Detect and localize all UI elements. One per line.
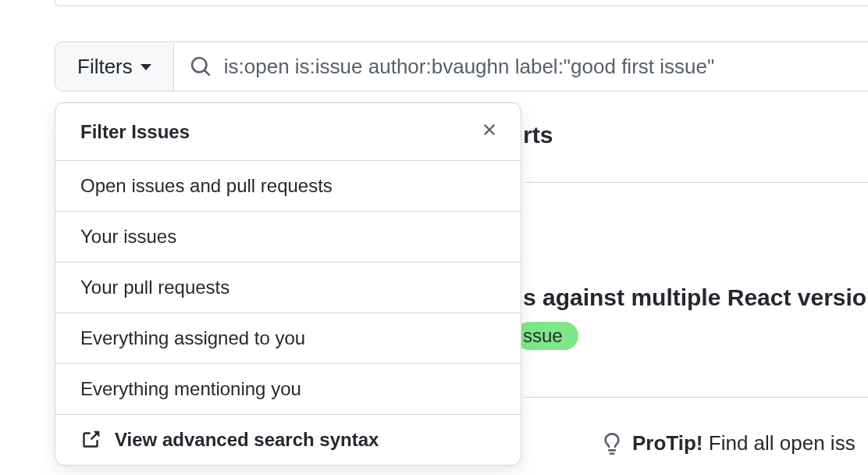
- issue-title-partial: s against multiple React versio: [523, 284, 866, 311]
- search-container: [174, 41, 868, 91]
- lightbulb-icon: [601, 433, 623, 455]
- search-input[interactable]: [224, 55, 852, 79]
- link-external-icon: [80, 430, 101, 450]
- filter-option-mentioning[interactable]: Everything mentioning you: [55, 364, 521, 415]
- dropdown-header: Filter Issues: [55, 103, 521, 161]
- filters-button[interactable]: Filters: [55, 41, 174, 91]
- protip-row: ProTip! Find all open iss: [601, 431, 856, 455]
- search-icon: [190, 55, 212, 77]
- advanced-search-link[interactable]: View advanced search syntax: [55, 415, 521, 465]
- filters-button-label: Filters: [77, 55, 133, 79]
- dropdown-title: Filter Issues: [80, 121, 190, 143]
- filter-option-assigned[interactable]: Everything assigned to you: [55, 313, 521, 364]
- label-badge[interactable]: ssue: [515, 322, 578, 350]
- close-icon[interactable]: [477, 117, 502, 146]
- caret-down-icon: [141, 64, 151, 70]
- advanced-search-label: View advanced search syntax: [115, 429, 379, 451]
- protip-text: Find all open iss: [709, 431, 856, 455]
- filter-bar: Filters: [55, 41, 868, 91]
- filter-option-your-prs[interactable]: Your pull requests: [55, 262, 521, 313]
- filter-option-your-issues[interactable]: Your issues: [55, 212, 521, 262]
- filters-dropdown: Filter Issues Open issues and pull reque…: [55, 102, 521, 466]
- top-border: [55, 0, 868, 6]
- divider-2: [523, 397, 868, 398]
- divider: [523, 182, 868, 183]
- filter-option-open-issues-prs[interactable]: Open issues and pull requests: [55, 161, 521, 212]
- protip-label: ProTip!: [632, 431, 703, 455]
- partial-text-rts: rts: [523, 122, 553, 148]
